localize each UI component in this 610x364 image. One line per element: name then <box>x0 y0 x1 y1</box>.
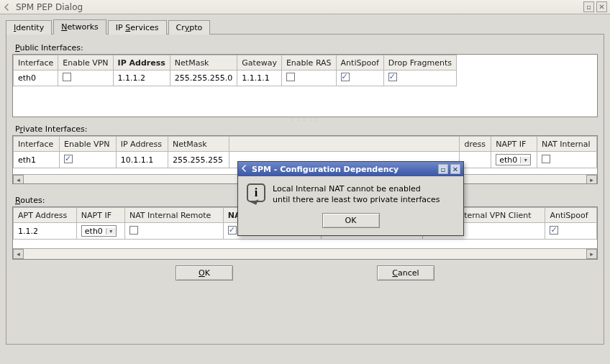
napt-if-dropdown[interactable]: eth0 ▾ <box>496 154 531 165</box>
cell-ip[interactable]: 1.1.1.2 <box>113 70 170 86</box>
col-interface[interactable]: Interface <box>14 137 60 152</box>
close-button[interactable]: ✕ <box>596 1 607 12</box>
chevron-down-icon[interactable]: ▾ <box>106 228 116 235</box>
app-icon <box>3 2 13 12</box>
chevron-down-icon[interactable]: ▾ <box>520 157 530 163</box>
cell-interface[interactable]: eth0 <box>14 70 58 86</box>
col-antispoof[interactable]: AntiSpoof <box>545 208 597 223</box>
col-ip[interactable]: IP Address <box>116 137 168 152</box>
tab-bar: Identity Networks IP Services Crypto <box>6 19 604 34</box>
window-titlebar: SPM PEP Dialog ▫ ✕ <box>0 0 610 14</box>
cell-ip[interactable]: 10.1.1.1 <box>116 152 168 168</box>
cell-drop-fragments[interactable] <box>383 70 456 86</box>
cell-gateway[interactable]: 1.1.1.1 <box>237 70 282 86</box>
col-netmask[interactable]: NetMask <box>170 55 237 70</box>
cell-interface[interactable]: eth1 <box>14 152 60 168</box>
tab-ip-services[interactable]: IP Services <box>108 20 167 35</box>
tab-identity[interactable]: Identity <box>6 20 52 35</box>
col-interface[interactable]: Interface <box>14 55 58 70</box>
col-nat-internal-remote[interactable]: NAT Internal Remote <box>124 208 223 223</box>
col-antispoof[interactable]: AntiSpoof <box>336 55 383 70</box>
cell-enable-vpn[interactable] <box>60 152 117 168</box>
cell-antispoof[interactable] <box>336 70 383 86</box>
checkbox-icon[interactable] <box>63 73 71 81</box>
col-napt-if[interactable]: NAPT IF <box>76 208 124 223</box>
private-interfaces-label: Private Interfaces: <box>15 124 596 134</box>
checkbox-icon[interactable] <box>388 73 397 81</box>
tab-networks[interactable]: Networks <box>53 19 106 35</box>
dialog-message: Local Internal NAT cannot be enabled unt… <box>273 183 440 206</box>
col-enable-ras[interactable]: Enable RAS <box>281 55 336 70</box>
public-interfaces-table[interactable]: Interface Enable VPN IP Address NetMask … <box>13 55 457 86</box>
scroll-right-icon[interactable]: ▸ <box>586 175 597 184</box>
h-scrollbar[interactable]: ◂ ▸ <box>13 248 597 259</box>
cell-apt-address[interactable]: 1.1.2 <box>14 223 77 240</box>
cell-napt-if[interactable]: eth0 ▾ <box>491 152 537 168</box>
scroll-right-icon[interactable]: ▸ <box>586 249 597 259</box>
dialog-app-icon <box>241 164 250 175</box>
col-enable-vpn[interactable]: Enable VPN <box>58 55 113 70</box>
table-row[interactable]: eth0 1.1.1.2 255.255.255.0 1.1.1.1 <box>14 70 457 86</box>
dialog-line2: until there are least two private interf… <box>273 194 440 205</box>
cancel-button[interactable]: Cancel <box>377 265 434 281</box>
checkbox-icon[interactable] <box>64 155 73 163</box>
cell-nat-internal-remote[interactable] <box>124 223 223 240</box>
cell-enable-ras[interactable] <box>281 70 336 86</box>
col-dress[interactable]: dress <box>460 137 491 152</box>
dialog-maximize-button[interactable]: ▫ <box>438 164 448 174</box>
dropdown-value: eth0 <box>496 155 520 165</box>
maximize-button[interactable]: ▫ <box>583 1 594 12</box>
checkbox-icon[interactable] <box>286 73 295 81</box>
cell-netmask[interactable]: 255.255.255.0 <box>170 70 237 86</box>
col-enable-vpn[interactable]: Enable VPN <box>60 137 117 152</box>
checkbox-icon[interactable] <box>129 226 138 235</box>
info-icon: i <box>247 183 265 202</box>
cell-enable-vpn[interactable] <box>58 70 113 86</box>
scroll-left-icon[interactable]: ◂ <box>13 249 24 259</box>
cell-antispoof[interactable] <box>545 223 597 240</box>
public-interfaces-label: Public Interfaces: <box>15 43 596 53</box>
dialog-titlebar: SPM - Configuration Dependency ▫ ✕ <box>238 162 463 176</box>
col-apt-address[interactable]: APT Address <box>14 208 77 223</box>
dialog-line1: Local Internal NAT cannot be enabled <box>273 183 440 194</box>
tab-crypto[interactable]: Crypto <box>168 20 211 35</box>
ok-button[interactable]: OK <box>176 265 233 281</box>
col-napt-if[interactable]: NAPT IF <box>491 137 537 152</box>
col-nat-internal[interactable]: NAT Internal <box>537 137 597 152</box>
checkbox-icon[interactable] <box>550 226 558 235</box>
public-interfaces-table-wrap: Interface Enable VPN IP Address NetMask … <box>12 54 598 117</box>
checkbox-icon[interactable] <box>542 155 550 163</box>
col-netmask[interactable]: NetMask <box>168 137 229 152</box>
col-ip[interactable]: IP Address <box>113 55 170 70</box>
cell-nat-internal[interactable] <box>537 152 597 168</box>
cell-netmask[interactable]: 255.255.255 <box>168 152 229 168</box>
scroll-left-icon[interactable]: ◂ <box>13 175 24 184</box>
dialog-title: SPM - Configuration Dependency <box>250 165 436 174</box>
col-gateway[interactable]: Gateway <box>237 55 282 70</box>
dropdown-value: eth0 <box>82 227 106 236</box>
scroll-track[interactable] <box>24 249 586 259</box>
config-dependency-dialog: SPM - Configuration Dependency ▫ ✕ i Loc… <box>237 161 464 236</box>
checkbox-icon[interactable] <box>341 73 350 81</box>
napt-if-dropdown[interactable]: eth0 ▾ <box>81 225 117 237</box>
cell-napt-if[interactable]: eth0 ▾ <box>76 223 124 240</box>
col-drop-fragments[interactable]: Drop Fragments <box>383 55 456 70</box>
splitter-grip[interactable]: : : : : : <box>12 117 598 122</box>
checkbox-icon[interactable] <box>228 226 237 235</box>
dialog-ok-button[interactable]: OK <box>322 213 380 228</box>
dialog-close-button[interactable]: ✕ <box>450 164 460 174</box>
window-title: SPM PEP Dialog <box>13 2 581 12</box>
